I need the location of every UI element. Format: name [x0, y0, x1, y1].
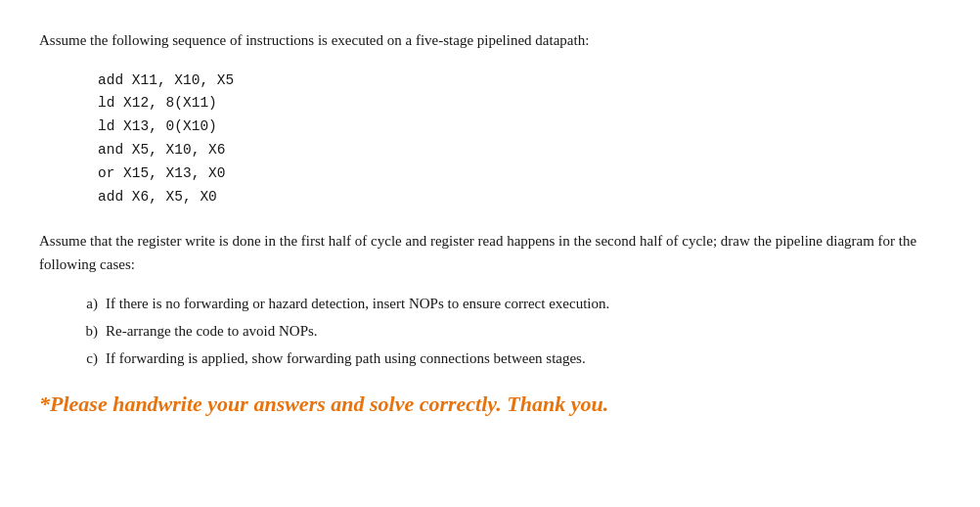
- code-line-2: ld X12, 8(X11): [98, 92, 941, 115]
- intro-paragraph: Assume the following sequence of instruc…: [39, 29, 941, 52]
- code-line-1: add X11, X10, X5: [98, 69, 941, 93]
- code-block: add X11, X10, X5 ld X12, 8(X11) ld X13, …: [98, 69, 941, 210]
- code-line-4: and X5, X10, X6: [98, 139, 941, 162]
- list-label-a: a): [78, 292, 98, 315]
- list-label-c: c): [78, 346, 98, 370]
- list-text-a: If there is no forwarding or hazard dete…: [106, 292, 609, 315]
- description-paragraph: Assume that the register write is done i…: [39, 229, 941, 276]
- list-text-c: If forwarding is applied, show forwardin…: [106, 346, 586, 370]
- list-item-b: b) Re-arrange the code to avoid NOPs.: [78, 319, 941, 343]
- code-line-3: ld X13, 0(X10): [98, 115, 941, 139]
- list-label-b: b): [78, 319, 98, 343]
- list-item-a: a) If there is no forwarding or hazard d…: [78, 292, 941, 315]
- code-line-6: add X6, X5, X0: [98, 186, 941, 209]
- code-line-5: or X15, X13, X0: [98, 162, 941, 186]
- footer-note: *Please handwrite your answers and solve…: [39, 392, 941, 417]
- list-text-b: Re-arrange the code to avoid NOPs.: [106, 319, 318, 343]
- list-item-c: c) If forwarding is applied, show forwar…: [78, 346, 941, 370]
- answer-list: a) If there is no forwarding or hazard d…: [78, 292, 941, 370]
